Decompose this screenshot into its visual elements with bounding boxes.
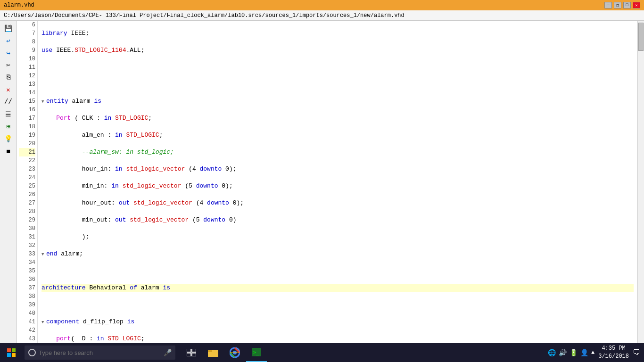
code-line: use IEEE.STD_LOGIC_1164.ALL; — [41, 46, 634, 55]
line-num: 13 — [19, 80, 35, 89]
task-view-button[interactable] — [181, 343, 202, 362]
volume-icon[interactable]: 🔊 — [559, 349, 567, 357]
expand-icon[interactable]: ⊞ — [2, 121, 15, 132]
code-line: library IEEE; — [41, 29, 634, 38]
code-line: ▼end alarm; — [41, 250, 634, 258]
svg-rect-5 — [192, 349, 196, 352]
line-num: 15 — [19, 97, 35, 106]
code-editor[interactable]: library IEEE; use IEEE.STD_LOGIC_1164.AL… — [38, 21, 637, 343]
up-arrow-icon[interactable]: ▲ — [591, 349, 594, 356]
search-circle-icon — [28, 349, 36, 356]
close-button[interactable]: ✕ — [633, 2, 640, 8]
battery-icon[interactable]: 🔋 — [570, 349, 578, 357]
svg-rect-1 — [12, 348, 16, 352]
lightbulb-icon[interactable]: 💡 — [2, 133, 15, 144]
title-bar: alarm.vhd ─ ❐ □ ✕ — [0, 0, 644, 10]
network-icon[interactable]: 🌐 — [548, 349, 556, 357]
taskbar-apps: >_ — [181, 343, 267, 362]
maximize-button[interactable]: □ — [623, 2, 631, 8]
code-area: 6 7 8 9 10 11 12 13 14 15 16 17 18 19 20… — [17, 21, 644, 343]
line-num: 43 — [19, 335, 35, 343]
line-num: 32 — [19, 241, 35, 250]
line-num: 6 — [19, 21, 35, 29]
svg-rect-10 — [208, 350, 212, 352]
line-num: 18 — [19, 123, 35, 131]
line-num: 30 — [19, 224, 35, 233]
undo-icon[interactable]: ↩ — [2, 35, 15, 46]
fold-10[interactable]: ▼ — [41, 98, 46, 102]
line-num: 34 — [19, 258, 35, 267]
line-num: 29 — [19, 216, 35, 224]
line-num: 38 — [19, 292, 35, 301]
line-num: 20 — [19, 140, 35, 148]
comment-icon[interactable]: // — [2, 96, 15, 107]
list-icon[interactable]: ☰ — [2, 108, 15, 120]
code-line: min_out: out std_logic_vector (5 downto … — [41, 216, 634, 224]
line-num: 11 — [19, 63, 35, 72]
window-controls: ─ ❐ □ ✕ — [604, 2, 640, 8]
date-display: 3/16/2018 — [598, 353, 629, 361]
code-line: min_in: in std_logic_vector (5 downto 0)… — [41, 182, 634, 190]
file-path: C:/Users/Jason/Documents/CPE- 133/Final … — [4, 12, 405, 19]
minimize-button[interactable]: ─ — [604, 2, 612, 8]
line-num: 35 — [19, 267, 35, 275]
line-num: 8 — [19, 38, 35, 46]
copy-icon[interactable]: ⎘ — [2, 72, 15, 83]
code-line: --alarm_sw: in std_logic; — [41, 148, 634, 156]
line-num: 9 — [19, 46, 35, 55]
code-line: ); — [41, 233, 634, 241]
chrome-icon — [230, 347, 240, 358]
main-area: 💾 ↩ ↪ ✂ ⎘ ✕ // ☰ ⊞ 💡 ◼ 6 7 8 9 10 11 12 … — [0, 21, 644, 343]
line-num: 7 — [19, 29, 35, 38]
search-bar[interactable]: 🎤 — [25, 346, 175, 360]
svg-rect-3 — [12, 353, 16, 357]
scrollbar-thumb[interactable] — [638, 23, 644, 51]
windows-logo-icon — [7, 348, 16, 357]
file-explorer-button[interactable] — [203, 343, 223, 362]
task-view-icon — [187, 349, 196, 356]
line-num: 12 — [19, 72, 35, 80]
line-num: 33 — [19, 250, 35, 258]
line-num-active: 21 — [19, 148, 35, 156]
fold-23[interactable]: ▼ — [41, 318, 46, 323]
line-num: 41 — [19, 318, 35, 326]
svg-rect-2 — [7, 353, 11, 357]
time-date[interactable]: 4:35 PM 3/16/2018 — [598, 345, 629, 361]
code-line: alm_en : in STD_LOGIC; — [41, 131, 634, 140]
start-button[interactable] — [0, 343, 23, 362]
close-file-icon[interactable]: ✕ — [2, 84, 15, 95]
line-num: 37 — [19, 284, 35, 292]
line-num: 27 — [19, 199, 35, 207]
line-num: 23 — [19, 165, 35, 173]
code-line — [41, 63, 634, 72]
notification-icon[interactable]: 🗨 — [633, 348, 640, 357]
taskbar: 🎤 — [0, 343, 644, 362]
code-line: port( D : in STD_LOGIC; — [41, 335, 634, 343]
terminal-button[interactable]: >_ — [246, 343, 267, 362]
line-num: 39 — [19, 301, 35, 309]
people-icon[interactable]: 👤 — [580, 349, 588, 357]
microphone-icon[interactable]: 🎤 — [164, 349, 172, 357]
window-title: alarm.vhd — [4, 2, 34, 8]
stamp-icon[interactable]: ◼ — [2, 145, 15, 156]
code-line: hour_in: in std_logic_vector (4 downto 0… — [41, 165, 634, 173]
line-num: 22 — [19, 156, 35, 165]
redo-icon[interactable]: ↪ — [2, 47, 15, 58]
code-line — [41, 80, 634, 89]
line-num: 40 — [19, 309, 35, 318]
clock-display: 4:35 PM — [598, 345, 629, 353]
fold-19[interactable]: ▼ — [41, 250, 46, 255]
chrome-button[interactable] — [224, 343, 245, 362]
cut-icon[interactable]: ✂ — [2, 59, 15, 71]
line-numbers: 6 7 8 9 10 11 12 13 14 15 16 17 18 19 20… — [17, 21, 38, 343]
line-num: 17 — [19, 114, 35, 123]
save-icon[interactable]: 💾 — [2, 23, 15, 34]
search-input[interactable] — [39, 349, 152, 356]
line-num: 42 — [19, 326, 35, 335]
restore-button[interactable]: ❐ — [614, 2, 621, 8]
svg-text:>_: >_ — [253, 350, 259, 355]
code-line — [41, 301, 634, 309]
line-num: 16 — [19, 106, 35, 114]
vertical-scrollbar[interactable] — [637, 21, 644, 343]
line-num: 14 — [19, 89, 35, 97]
